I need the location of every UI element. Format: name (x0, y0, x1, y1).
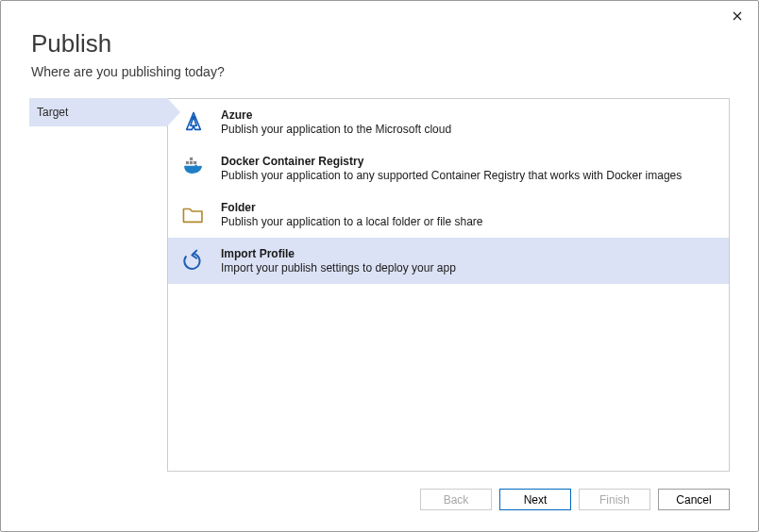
docker-icon (181, 157, 206, 181)
import-icon (181, 249, 206, 274)
target-option-azure[interactable]: Azure Publish your application to the Mi… (168, 99, 729, 145)
dialog-header: Publish Where are you publishing today? (3, 3, 756, 89)
finish-button: Finish (579, 489, 650, 510)
page-subtitle: Where are you publishing today? (31, 64, 728, 79)
target-option-import-profile[interactable]: Import Profile Import your publish setti… (168, 238, 729, 284)
option-text: Folder Publish your application to a loc… (221, 201, 716, 228)
option-text: Docker Container Registry Publish your a… (221, 155, 716, 182)
option-title: Import Profile (221, 247, 716, 260)
target-options-panel: Azure Publish your application to the Mi… (167, 98, 730, 472)
option-title: Azure (221, 108, 716, 122)
cancel-button[interactable]: Cancel (658, 489, 730, 510)
wizard-sidebar: Target (29, 89, 167, 475)
close-icon (733, 11, 742, 21)
page-title: Publish (31, 29, 728, 58)
option-desc: Publish your application to the Microsof… (221, 123, 716, 136)
option-desc: Publish your application to any supporte… (221, 169, 716, 182)
next-button[interactable]: Next (499, 489, 571, 510)
close-button[interactable] (729, 8, 746, 25)
svg-rect-0 (186, 161, 189, 164)
option-text: Azure Publish your application to the Mi… (221, 108, 716, 136)
sidebar-step-target[interactable]: Target (29, 98, 167, 126)
folder-icon (181, 203, 206, 227)
option-text: Import Profile Import your publish setti… (221, 247, 716, 274)
option-title: Docker Container Registry (221, 155, 716, 168)
target-option-folder[interactable]: Folder Publish your application to a loc… (168, 191, 729, 238)
svg-rect-1 (190, 161, 193, 164)
publish-dialog: Publish Where are you publishing today? … (0, 0, 759, 532)
back-button: Back (420, 489, 492, 510)
target-option-docker[interactable]: Docker Container Registry Publish your a… (168, 145, 729, 191)
sidebar-step-label: Target (37, 106, 68, 119)
option-title: Folder (221, 201, 716, 214)
svg-rect-3 (190, 158, 193, 160)
option-desc: Import your publish settings to deploy y… (221, 261, 716, 274)
dialog-content: Target Azure Publish your application to… (3, 89, 756, 475)
dialog-footer: Back Next Finish Cancel (3, 475, 756, 529)
option-desc: Publish your application to a local fold… (221, 215, 716, 228)
svg-rect-2 (194, 161, 196, 164)
azure-icon (181, 110, 206, 135)
